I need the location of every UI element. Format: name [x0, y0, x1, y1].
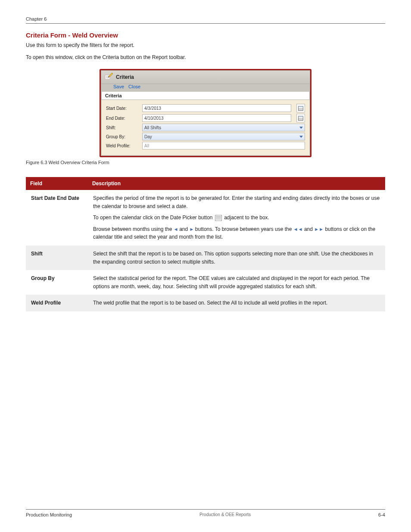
- dates-desc-p1: Specifies the period of time the report …: [93, 195, 380, 209]
- page-footer: Production Monitoring Production & OEE R…: [26, 509, 385, 517]
- dates-desc-p2a: To open the calendar click on the Date P…: [93, 215, 213, 221]
- end-date-field[interactable]: 4/10/2013: [142, 114, 291, 122]
- cell-label-weldprofile: Weld Profile: [26, 295, 88, 311]
- table-row: Shift Select the shift that the report i…: [26, 246, 385, 270]
- th-desc: Description: [88, 177, 385, 190]
- intro-line-2: To open this window, click on the Criter…: [26, 53, 385, 61]
- group-by-select[interactable]: Day: [142, 133, 305, 140]
- weld-profile-field[interactable]: All: [142, 142, 305, 149]
- next-year-icon: ►►: [314, 227, 324, 232]
- dates-desc-p3d: and: [304, 226, 313, 232]
- table-row: Weld Profile The weld profile that the r…: [26, 295, 385, 311]
- table-row: Group By Select the statistical period f…: [26, 270, 385, 295]
- footer-mid: Production & OEE Reports: [199, 512, 251, 517]
- intro-line-1: Use this form to specify the filters for…: [26, 41, 385, 49]
- weld-profile-label: Weld Profile:: [106, 143, 139, 148]
- dates-desc-p2b: adjacent to the box.: [224, 215, 269, 221]
- close-link[interactable]: Close: [128, 84, 140, 89]
- cell-desc-dates: Specifies the period of time the report …: [88, 190, 385, 246]
- cell-desc-weldprofile: The weld profile that the report is to b…: [88, 295, 385, 311]
- cell-desc-groupby: Select the statistical period for the re…: [88, 270, 385, 295]
- start-date-field[interactable]: 4/3/2013: [142, 104, 291, 112]
- end-date-label: End Date:: [106, 116, 139, 121]
- criteria-table: Field Description Start Date End Date Sp…: [26, 177, 385, 311]
- dialog-title: Criteria: [116, 74, 134, 80]
- table-row: Start Date End Date Specifies the period…: [26, 190, 385, 246]
- dates-desc-p3a: Browse between months using the: [93, 226, 172, 232]
- cell-label-dates: Start Date End Date: [26, 190, 88, 246]
- criteria-dialog: Criteria Save Close Criteria Start Date:…: [100, 69, 311, 157]
- group-by-label: Group By:: [106, 134, 139, 139]
- group-by-value: Day: [144, 134, 152, 139]
- shift-label: Shift:: [106, 125, 139, 130]
- prev-month-icon: ◄: [174, 226, 178, 233]
- calendar-icon: [215, 215, 222, 221]
- cell-label-shift: Shift: [26, 246, 88, 270]
- top-rule: [26, 23, 385, 24]
- criteria-section-header: Criteria: [101, 92, 310, 100]
- chapter-label: Chapter 6: [26, 16, 385, 22]
- footer-left: Production Monitoring: [26, 512, 72, 517]
- pencil-notepad-icon: [105, 72, 113, 82]
- chevron-down-icon: [299, 136, 303, 138]
- footer-right: 6-4: [378, 512, 385, 517]
- th-field: Field: [26, 177, 88, 190]
- start-date-label: Start Date:: [106, 106, 139, 111]
- section-title: Criteria Form - Weld Overview: [26, 31, 385, 39]
- chevron-down-icon: [299, 127, 303, 129]
- end-date-picker-button[interactable]: [296, 114, 305, 122]
- shift-value: All Shifts: [144, 125, 161, 130]
- cell-label-groupby: Group By: [26, 270, 88, 295]
- shift-select[interactable]: All Shifts: [142, 124, 305, 131]
- start-date-picker-button[interactable]: [296, 104, 305, 112]
- cell-desc-shift: Select the shift that the report is to b…: [88, 246, 385, 270]
- svg-rect-7: [299, 106, 303, 107]
- next-month-icon: ►: [190, 226, 194, 233]
- dates-desc-p3b: and: [179, 226, 188, 232]
- figure-caption: Figure 6.3 Weld Overview Criteria Form: [26, 160, 385, 165]
- dates-desc-p3c: buttons. To browse between years use the: [195, 226, 292, 232]
- svg-rect-14: [299, 116, 303, 117]
- prev-year-icon: ◄◄: [293, 227, 303, 232]
- save-link[interactable]: Save: [113, 84, 124, 89]
